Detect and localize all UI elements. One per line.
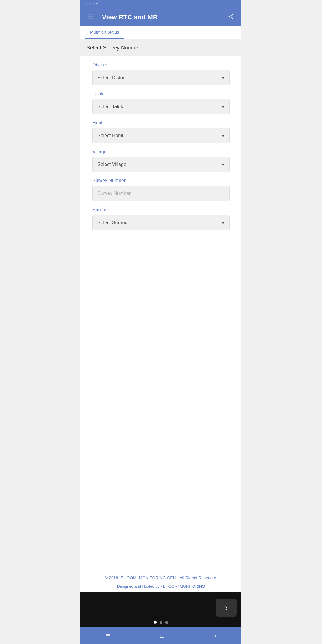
hobli-select-wrapper: Select Hobli ▼ [92, 128, 230, 143]
district-field-group: District Select District ▼ [92, 62, 230, 85]
status-time: 6:22 PM [85, 2, 99, 6]
next-icon: › [225, 602, 228, 613]
tab-mutation-status[interactable]: Mutation Status [85, 26, 124, 39]
nav-back-button[interactable]: ‹ [208, 629, 222, 643]
surnoc-select[interactable]: Select Surnoc [93, 215, 229, 230]
app-bar: ☰ View RTC and MR [80, 8, 242, 26]
dot-1 [154, 621, 157, 624]
hobli-field-group: Hobli Select Hobli ▼ [92, 120, 230, 143]
form-container: District Select District ▼ Taluk Select … [80, 56, 242, 569]
surnoc-select-wrapper: Select Surnoc ▼ [92, 215, 230, 230]
village-field-group: Village Select Village ▼ [92, 149, 230, 172]
share-icon [228, 13, 234, 21]
nav-home-icon: □ [160, 632, 164, 640]
share-button[interactable] [225, 11, 237, 24]
nav-menu-button[interactable]: ≡ [100, 628, 116, 643]
taluk-label: Taluk [92, 91, 230, 97]
dot-2 [160, 621, 162, 624]
footer-copyright: © 2018 -BHOOMI MONITORING CELL. All Righ… [80, 569, 242, 584]
next-button[interactable]: › [216, 599, 237, 617]
menu-button[interactable]: ☰ [85, 11, 96, 24]
nav-bar: ≡ □ ‹ [80, 627, 242, 644]
village-select-wrapper: Select Village ▼ [92, 157, 230, 172]
section-header: Select Survey Number [80, 39, 242, 56]
taluk-field-group: Taluk Select Taluk ▼ [92, 91, 230, 114]
nav-menu-icon: ≡ [106, 631, 110, 640]
hobli-select[interactable]: Select Hobli [93, 128, 229, 143]
status-bar: 6:22 PM [80, 0, 242, 8]
district-select-wrapper: Select District ▼ [92, 70, 230, 85]
survey-number-label: Survey Number [92, 178, 230, 183]
taluk-select[interactable]: Select Taluk [93, 99, 229, 114]
tab-bar: Mutation Status [80, 26, 242, 39]
taluk-select-wrapper: Select Taluk ▼ [92, 99, 230, 114]
village-select[interactable]: Select Village [93, 157, 229, 172]
district-select[interactable]: Select District [93, 70, 229, 85]
district-label: District [92, 62, 230, 68]
menu-icon: ☰ [88, 13, 94, 21]
surnoc-field-group: Surnoc Select Surnoc ▼ [92, 207, 230, 230]
dot-3 [165, 621, 168, 624]
village-label: Village [92, 149, 230, 154]
nav-home-button[interactable]: □ [154, 629, 170, 643]
dots-container [154, 621, 168, 624]
black-bar: › [80, 592, 242, 627]
nav-back-icon: ‹ [214, 632, 216, 640]
surnoc-label: Surnoc [92, 207, 230, 213]
survey-number-field-group: Survey Number [92, 178, 230, 201]
survey-number-input[interactable] [92, 186, 230, 201]
footer-designer: Designed and Hosted by - BHOOMI MONITORI… [80, 584, 242, 592]
app-title: View RTC and MR [102, 13, 225, 21]
hobli-label: Hobli [92, 120, 230, 126]
